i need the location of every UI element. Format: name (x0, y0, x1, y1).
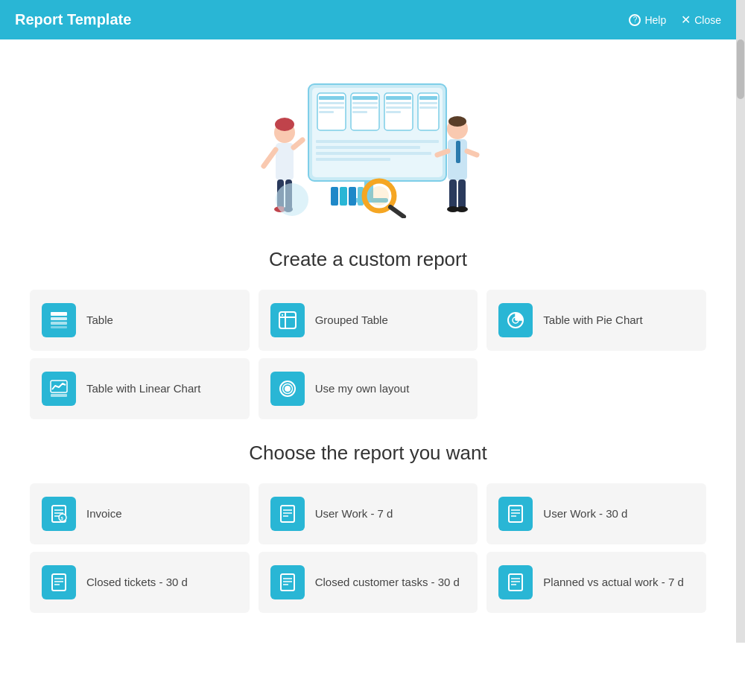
svg-rect-24 (316, 146, 420, 149)
svg-rect-23 (316, 140, 439, 143)
close-button[interactable]: ✕ Close (681, 13, 721, 27)
card-table-pie[interactable]: Table with Pie Chart (486, 290, 706, 351)
svg-point-32 (370, 186, 389, 206)
svg-rect-10 (352, 96, 378, 100)
svg-line-33 (390, 207, 404, 217)
card-planned-actual-label: Planned vs actual work - 7 d (543, 575, 683, 590)
svg-rect-16 (386, 102, 411, 104)
choose-report-row2: Closed tickets - 30 d Closed customer ta… (0, 552, 736, 613)
svg-rect-20 (419, 96, 437, 100)
svg-rect-6 (319, 102, 344, 104)
close-label: Close (694, 14, 721, 26)
svg-rect-67 (51, 394, 67, 397)
svg-rect-93 (509, 574, 522, 591)
svg-rect-7 (319, 106, 344, 109)
card-closed-tickets-label: Closed tickets - 30 d (86, 575, 188, 590)
svg-rect-56 (51, 322, 67, 325)
close-x-icon: ✕ (681, 13, 691, 27)
user-work-30d-icon (498, 497, 533, 531)
card-user-work-30d[interactable]: User Work - 30 d (486, 483, 706, 544)
header: Report Template ? Help ✕ Close (0, 0, 736, 39)
header-actions: ? Help ✕ Close (629, 13, 721, 27)
svg-rect-11 (352, 102, 378, 104)
svg-rect-28 (340, 187, 347, 206)
choose-report-heading: Choose the report you want (0, 442, 736, 465)
page-wrapper: Report Template ? Help ✕ Close (0, 0, 745, 643)
svg-line-42 (294, 140, 302, 147)
svg-rect-13 (352, 111, 367, 113)
card-table-label: Table (86, 313, 113, 328)
card-user-work-7d-label: User Work - 7 d (315, 506, 393, 521)
svg-point-44 (448, 116, 466, 127)
svg-point-50 (456, 206, 468, 212)
table-icon (42, 303, 76, 337)
card-table[interactable]: Table (30, 290, 250, 351)
card-own-layout-label: Use my own layout (315, 381, 410, 396)
card-grouped-table-label: Grouped Table (315, 313, 388, 328)
svg-rect-48 (458, 179, 466, 209)
svg-rect-18 (386, 111, 401, 113)
card-closed-customer[interactable]: Closed customer tasks - 30 d (259, 552, 478, 613)
choose-report-row1: $ Invoice User Work - 7 d (0, 483, 736, 544)
card-table-linear[interactable]: Table with Linear Chart (30, 358, 250, 419)
card-invoice[interactable]: $ Invoice (30, 483, 250, 544)
closed-tickets-icon (42, 565, 76, 599)
svg-rect-12 (352, 106, 378, 109)
card-grouped-table[interactable]: Grouped Table (259, 290, 478, 351)
svg-rect-17 (386, 106, 411, 109)
svg-point-35 (275, 118, 294, 131)
svg-rect-81 (509, 506, 522, 522)
illustration-area (0, 39, 736, 233)
svg-rect-21 (419, 102, 437, 104)
svg-rect-59 (279, 316, 296, 318)
card-user-work-30d-label: User Work - 30 d (543, 506, 627, 521)
svg-line-41 (264, 150, 276, 166)
custom-report-row1: Table Grouped Table (0, 290, 736, 351)
user-work-7d-icon (270, 497, 305, 531)
svg-rect-57 (51, 326, 67, 328)
svg-rect-8 (319, 111, 334, 113)
card-user-work-7d[interactable]: User Work - 7 d (259, 483, 478, 544)
svg-rect-5 (319, 96, 344, 100)
svg-rect-26 (316, 158, 390, 161)
custom-report-heading: Create a custom report (0, 248, 736, 271)
own-layout-icon (270, 372, 305, 406)
card-own-layout[interactable]: Use my own layout (259, 358, 478, 419)
invoice-icon: $ (42, 497, 76, 531)
svg-rect-89 (281, 574, 294, 591)
custom-report-row2: Table with Linear Chart Use my own layou… (0, 358, 736, 419)
pie-chart-icon (498, 303, 533, 337)
svg-line-51 (437, 151, 448, 155)
card-planned-actual[interactable]: Planned vs actual work - 7 d (486, 552, 706, 613)
help-icon: ? (629, 14, 641, 26)
card-closed-customer-label: Closed customer tasks - 30 d (315, 575, 460, 590)
svg-rect-36 (276, 143, 294, 180)
app-title: Report Template (15, 11, 131, 28)
svg-rect-61 (282, 314, 283, 316)
svg-rect-29 (349, 187, 356, 206)
svg-rect-22 (419, 106, 437, 109)
svg-rect-27 (331, 187, 338, 206)
svg-rect-77 (281, 506, 294, 522)
planned-actual-icon (498, 565, 533, 599)
grouped-table-icon (270, 303, 305, 337)
svg-rect-60 (285, 312, 286, 328)
svg-point-53 (276, 183, 308, 216)
help-button[interactable]: ? Help (629, 14, 666, 26)
card-closed-tickets[interactable]: Closed tickets - 30 d (30, 552, 250, 613)
svg-rect-55 (51, 317, 67, 320)
scrollbar-track[interactable] (736, 0, 745, 643)
card-table-linear-label: Table with Linear Chart (86, 381, 200, 396)
svg-line-52 (467, 151, 477, 155)
scrollbar-thumb[interactable] (737, 39, 744, 99)
svg-rect-85 (52, 574, 66, 591)
main-content: Report Template ? Help ✕ Close (0, 0, 736, 643)
card-invoice-label: Invoice (86, 506, 122, 521)
svg-rect-54 (51, 312, 67, 316)
svg-rect-25 (316, 152, 431, 155)
linear-chart-icon (42, 372, 76, 406)
svg-rect-46 (456, 141, 460, 163)
hero-illustration (241, 69, 495, 218)
svg-point-69 (285, 386, 291, 392)
help-label: Help (644, 14, 666, 26)
